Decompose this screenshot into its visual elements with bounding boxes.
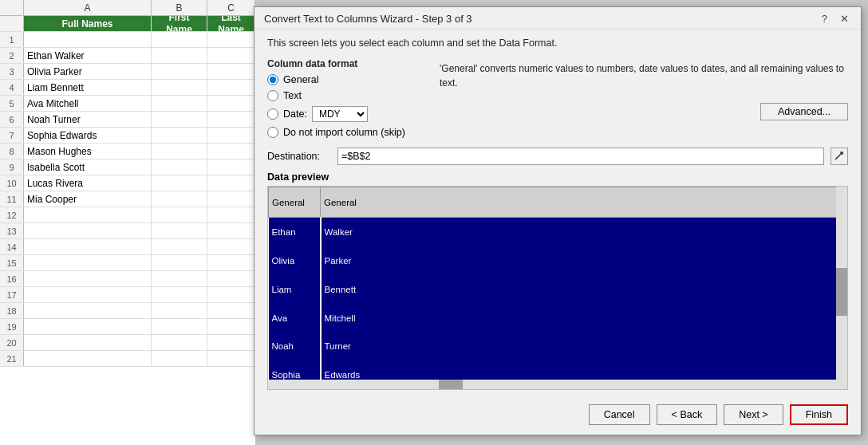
cell-b-16 bbox=[152, 271, 207, 286]
row-num-17: 17 bbox=[0, 287, 24, 302]
preview-row-5: Noah Turner bbox=[269, 333, 847, 361]
main-area: Column data format General Text Date: bbox=[267, 58, 848, 138]
preview-cell-3-2: Bennett bbox=[321, 275, 847, 304]
preview-header-col1: General bbox=[269, 187, 321, 218]
cell-c-18 bbox=[207, 303, 255, 318]
next-button[interactable]: Next > bbox=[724, 404, 783, 425]
dialog-footer: Cancel < Back Next > Finish bbox=[254, 398, 861, 435]
dialog-titlebar: Convert Text to Columns Wizard - Step 3 … bbox=[254, 7, 861, 30]
radio-skip-label: Do not import column (skip) bbox=[283, 127, 405, 138]
back-button[interactable]: < Back bbox=[657, 404, 718, 425]
row-num-header bbox=[0, 16, 24, 31]
destination-icon-button[interactable] bbox=[831, 148, 848, 165]
radio-text-row[interactable]: Text bbox=[267, 90, 427, 101]
destination-row: Destination: bbox=[267, 148, 848, 165]
cell-a-9: Isabella Scott bbox=[24, 159, 152, 175]
table-row: 3 Olivia Parker bbox=[0, 64, 255, 80]
radio-date-row[interactable]: Date: MDY DMY YMD bbox=[267, 106, 427, 122]
cell-b-1 bbox=[152, 32, 207, 47]
cell-a-7: Sophia Edwards bbox=[24, 128, 152, 143]
corner-cell bbox=[0, 0, 24, 15]
date-select[interactable]: MDY DMY YMD bbox=[312, 106, 368, 122]
cell-c-10 bbox=[207, 175, 255, 191]
table-row: 5 Ava Mitchell bbox=[0, 96, 255, 112]
table-row: 20 bbox=[0, 335, 255, 351]
cell-a-10: Lucas Rivera bbox=[24, 175, 152, 191]
left-panel: Column data format General Text Date: bbox=[267, 58, 427, 138]
row-num-3: 3 bbox=[0, 64, 24, 79]
preview-cell-2-2: Parker bbox=[321, 247, 847, 276]
spreadsheet-rows: 1 2 Ethan Walker 3 Olivia Parker 4 Liam … bbox=[0, 32, 255, 367]
cell-b-14 bbox=[152, 239, 207, 254]
cell-a-14 bbox=[24, 239, 152, 254]
preview-scrollbar[interactable] bbox=[836, 187, 847, 389]
cell-b-17 bbox=[152, 287, 207, 302]
cell-a-20 bbox=[24, 335, 152, 350]
radio-skip[interactable] bbox=[267, 127, 278, 138]
cancel-button[interactable]: Cancel bbox=[589, 404, 650, 425]
cell-a-8: Mason Hughes bbox=[24, 144, 152, 159]
preview-cell-4-2: Mitchell bbox=[321, 304, 847, 333]
row-num-9: 9 bbox=[0, 159, 24, 175]
radio-date[interactable] bbox=[267, 108, 278, 120]
preview-row-1: Ethan Walker bbox=[269, 218, 847, 247]
advanced-button[interactable]: Advanced... bbox=[760, 103, 848, 120]
radio-text-label: Text bbox=[283, 90, 302, 101]
table-row: 4 Liam Bennett bbox=[0, 80, 255, 96]
titlebar-buttons: ? ✕ bbox=[818, 12, 853, 26]
col-header-c: C bbox=[207, 0, 255, 15]
general-info: 'General' converts numeric values to num… bbox=[440, 60, 848, 90]
preview-cell-3-1: Liam bbox=[269, 275, 321, 304]
cell-b-11 bbox=[152, 191, 207, 207]
destination-input[interactable] bbox=[337, 148, 824, 165]
cell-c-3 bbox=[207, 64, 255, 79]
radio-date-label: Date: bbox=[283, 108, 307, 120]
header-data-row: Full Names First Name Last Name bbox=[0, 16, 255, 32]
radio-skip-row[interactable]: Do not import column (skip) bbox=[267, 127, 427, 138]
col-header-a: A bbox=[24, 0, 152, 15]
cell-c-7 bbox=[207, 128, 255, 143]
cell-a-5: Ava Mitchell bbox=[24, 96, 152, 111]
preview-table: General General Ethan Walker Olivia Park… bbox=[268, 187, 847, 389]
preview-section: Data preview General General Ethan Walke… bbox=[267, 171, 848, 390]
cell-a-21 bbox=[24, 351, 152, 366]
cell-c-21 bbox=[207, 351, 255, 366]
row-num-8: 8 bbox=[0, 144, 24, 159]
cell-c-1 bbox=[207, 32, 255, 47]
cell-a-1 bbox=[24, 32, 152, 47]
cell-c-19 bbox=[207, 319, 255, 334]
advanced-area: Advanced... bbox=[440, 96, 848, 120]
radio-general-row[interactable]: General bbox=[267, 74, 427, 85]
row-num-21: 21 bbox=[0, 351, 24, 366]
cell-a-17 bbox=[24, 287, 152, 302]
cell-a-12 bbox=[24, 207, 152, 222]
preview-row-3: Liam Bennett bbox=[269, 275, 847, 304]
help-button[interactable]: ? bbox=[818, 12, 831, 26]
description-text: This screen lets you select each column … bbox=[267, 37, 848, 49]
cell-a-18 bbox=[24, 303, 152, 318]
cell-a-13 bbox=[24, 223, 152, 238]
preview-header-col2: General bbox=[321, 187, 847, 218]
preview-hscroll[interactable] bbox=[268, 380, 836, 389]
cell-b-13 bbox=[152, 223, 207, 238]
radio-text[interactable] bbox=[267, 90, 278, 101]
finish-button[interactable]: Finish bbox=[790, 404, 848, 425]
radio-general-label: General bbox=[283, 74, 318, 85]
cell-b-15 bbox=[152, 255, 207, 270]
preview-cell-5-1: Noah bbox=[269, 333, 321, 361]
scrollbar-thumb bbox=[836, 268, 847, 316]
close-button[interactable]: ✕ bbox=[836, 12, 853, 26]
row-num-14: 14 bbox=[0, 239, 24, 254]
cell-b-5 bbox=[152, 96, 207, 111]
cell-b-2 bbox=[152, 48, 207, 63]
radio-group: General Text Date: MDY DMY YMD bbox=[267, 74, 427, 138]
col-header-row: A B C bbox=[0, 0, 255, 16]
cell-b-7 bbox=[152, 128, 207, 143]
row-num-11: 11 bbox=[0, 191, 24, 207]
row-num-15: 15 bbox=[0, 255, 24, 270]
cell-c-9 bbox=[207, 159, 255, 175]
radio-general[interactable] bbox=[267, 74, 278, 85]
cell-c-15 bbox=[207, 255, 255, 270]
cell-b-21 bbox=[152, 351, 207, 366]
table-row: 14 bbox=[0, 239, 255, 255]
